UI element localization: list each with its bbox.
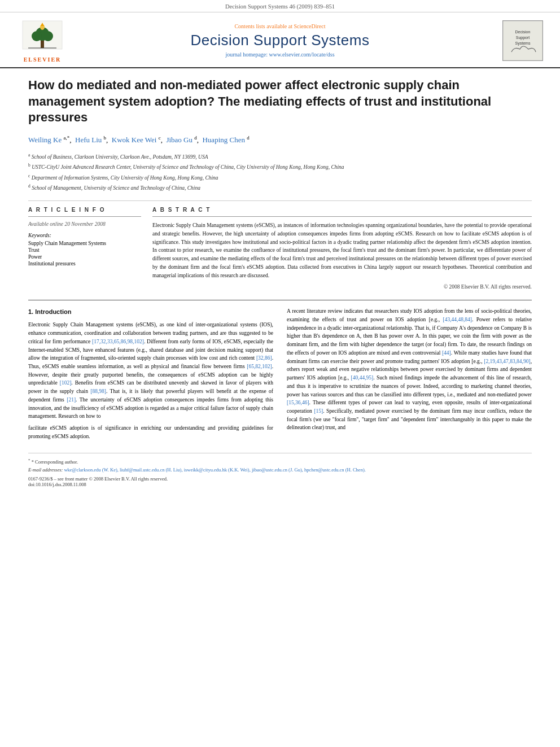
- body-divider: [28, 300, 532, 300]
- svg-text:Support: Support: [516, 36, 530, 40]
- keyword-2: Trust: [28, 247, 141, 253]
- intro-para-1: Electronic Supply Chain Management syste…: [28, 321, 273, 421]
- affiliation-a: a School of Business, Clarkson Universit…: [28, 152, 532, 161]
- affiliations-block: a School of Business, Clarkson Universit…: [28, 152, 532, 193]
- footer-issn-doi: 0167-9236/$ – see front matter © 2008 El…: [28, 476, 532, 487]
- footer-area: * * Corresponding author. E-mail address…: [28, 453, 532, 487]
- dss-logo-area: Decision Support Systems: [492, 20, 543, 61]
- article-info-abstract: A R T I C L E I N F O Available online 2…: [28, 207, 532, 290]
- author-2: Hefu Liu: [75, 136, 102, 144]
- svg-point-3: [32, 31, 42, 41]
- article-title: How do mediated and non-mediated power a…: [28, 77, 532, 126]
- journal-reference-text: Decision Support Systems 46 (2009) 839–8…: [225, 3, 335, 10]
- section-divider-1: [28, 200, 532, 201]
- svg-text:Decision: Decision: [515, 30, 531, 34]
- author-5: Huaping Chen: [202, 136, 244, 144]
- email-note: E-mail addresses: wke@clarkson.edu (W. K…: [28, 467, 532, 473]
- keyword-4: Institutional pressures: [28, 261, 141, 267]
- homepage-url[interactable]: www.elsevier.com/locate/dss: [269, 51, 335, 58]
- article-info-column: A R T I C L E I N F O Available online 2…: [28, 207, 141, 290]
- author-emails: wke@clarkson.edu (W. Ke), liuhf@mail.ust…: [64, 467, 365, 473]
- author-4: Jibao Gu: [166, 136, 193, 144]
- journal-header: ELSEVIER Contents lists available at Sci…: [0, 12, 560, 68]
- abstract-divider: [152, 216, 532, 217]
- affiliation-d: d School of Management, University of Sc…: [28, 183, 532, 193]
- intro-para-3: A recent literature review indicates tha…: [287, 307, 532, 432]
- article-info-divider: [28, 216, 141, 217]
- journal-reference-bar: Decision Support Systems 46 (2009) 839–8…: [0, 0, 560, 12]
- elsevier-logo-area: ELSEVIER: [17, 18, 68, 63]
- journal-center-header: Contents lists available at ScienceDirec…: [68, 23, 492, 58]
- body-two-col: 1. Introduction Electronic Supply Chain …: [28, 307, 532, 444]
- elsevier-tree-logo: [20, 18, 65, 55]
- sciencedirect-link-text[interactable]: ScienceDirect: [294, 23, 325, 29]
- affiliation-b: b USTC-CityU Joint Advanced Research Cen…: [28, 162, 532, 172]
- sciencedirect-line: Contents lists available at ScienceDirec…: [68, 23, 492, 29]
- elsevier-brand-text: ELSEVIER: [24, 56, 62, 63]
- abstract-column: A B S T R A C T Electronic Supply Chain …: [152, 207, 532, 290]
- body-left-col: 1. Introduction Electronic Supply Chain …: [28, 307, 273, 444]
- author-1: Weiling Ke: [28, 136, 62, 144]
- dss-logo-svg: Decision Support Systems: [503, 21, 542, 60]
- available-date: Available online 20 November 2008: [28, 221, 141, 227]
- intro-heading: 1. Introduction: [28, 307, 273, 317]
- main-content: How do mediated and non-mediated power a…: [0, 68, 560, 499]
- keyword-1: Supply Chain Management Systems: [28, 241, 141, 246]
- svg-rect-8: [503, 21, 542, 60]
- svg-text:Systems: Systems: [515, 41, 531, 46]
- abstract-text: Electronic Supply Chain Management syste…: [152, 221, 532, 279]
- abstract-label: A B S T R A C T: [152, 207, 532, 213]
- journal-homepage-line: journal homepage: www.elsevier.com/locat…: [68, 51, 492, 58]
- svg-point-4: [43, 31, 53, 41]
- corresponding-note: * * Corresponding author.: [28, 458, 532, 465]
- author-3: Kwok Kee Wei: [112, 136, 157, 144]
- authors-line: Weiling Ke a,*, Hefu Liu b, Kwok Kee Wei…: [28, 134, 532, 146]
- body-right-col: A recent literature review indicates tha…: [287, 307, 532, 444]
- page: Decision Support Systems 46 (2009) 839–8…: [0, 0, 560, 747]
- affiliation-c: c Department of Information Systems, Cit…: [28, 173, 532, 182]
- dss-journal-logo: Decision Support Systems: [502, 20, 543, 61]
- copyright-line: © 2008 Elsevier B.V. All rights reserved…: [152, 284, 532, 290]
- keyword-3: Power: [28, 254, 141, 260]
- journal-title: Decision Support Systems: [68, 32, 492, 49]
- article-info-label: A R T I C L E I N F O: [28, 207, 141, 213]
- intro-para-2: facilitate eSCMS adoption is of signific…: [28, 424, 273, 440]
- keywords-label: Keywords:: [28, 233, 141, 238]
